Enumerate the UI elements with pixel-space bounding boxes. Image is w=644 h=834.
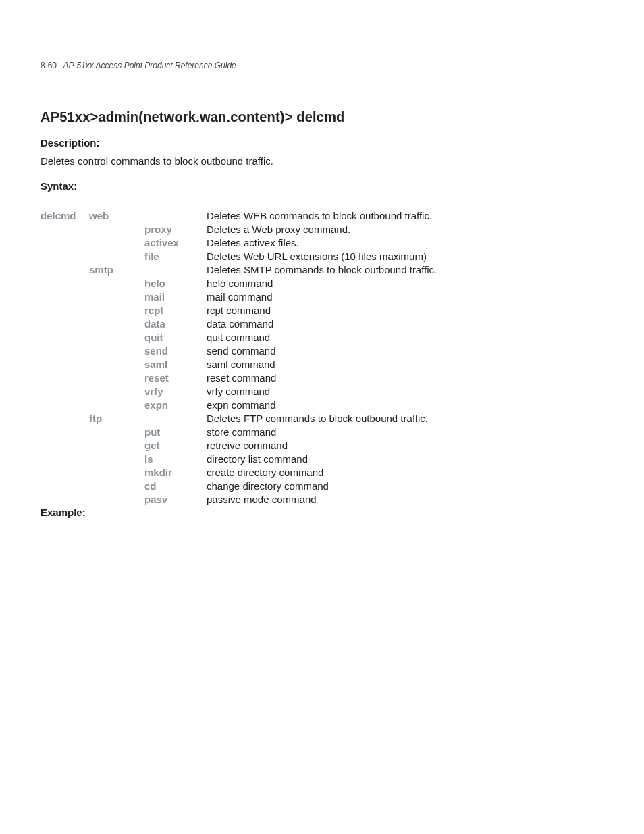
- syntax-sub-row: expnexpn command: [41, 398, 603, 412]
- header-title: AP-51xx Access Point Product Reference G…: [63, 61, 236, 70]
- syntax-sub-row: sendsend command: [41, 344, 603, 358]
- syntax-sub-name: saml: [144, 358, 207, 371]
- syntax-sub-row: helohelo command: [41, 277, 603, 290]
- syntax-group-desc: Deletes FTP commands to block outbound t…: [207, 412, 603, 425]
- command-title: AP51xx>admin(network.wan.content)> delcm…: [41, 109, 603, 125]
- syntax-sub-desc: store command: [207, 425, 603, 439]
- syntax-sub-desc: reset command: [207, 371, 603, 385]
- syntax-sub-row: getretreive command: [41, 439, 603, 452]
- syntax-sub-row: rcptrcpt command: [41, 304, 603, 317]
- syntax-sub-row: resetreset command: [41, 371, 603, 385]
- syntax-sub-name: mail: [144, 290, 207, 304]
- syntax-group-name: web: [89, 209, 144, 223]
- syntax-sub-desc: helo command: [207, 277, 603, 290]
- syntax-sub-desc: retreive command: [207, 439, 603, 452]
- description-text: Deletes control commands to block outbou…: [41, 155, 603, 167]
- syntax-sub-desc: change directory command: [207, 479, 603, 493]
- syntax-group-desc: Deletes WEB commands to block outbound t…: [207, 209, 603, 223]
- syntax-sub-row: activexDeletes activex files.: [41, 236, 603, 250]
- syntax-sub-desc: directory list command: [207, 452, 603, 466]
- page: 8-60 AP-51xx Access Point Product Refere…: [0, 0, 644, 518]
- syntax-sub-name: vrfy: [144, 385, 207, 398]
- syntax-sub-name: proxy: [144, 223, 207, 236]
- syntax-sub-row: datadata command: [41, 317, 603, 331]
- syntax-sub-desc: Deletes Web URL extensions (10 files max…: [207, 250, 603, 263]
- syntax-sub-name: rcpt: [144, 304, 207, 317]
- syntax-sub-name: expn: [144, 398, 207, 412]
- syntax-sub-name: send: [144, 344, 207, 358]
- syntax-cmd: delcmd: [41, 209, 89, 223]
- syntax-sub-desc: saml command: [207, 358, 603, 371]
- syntax-sub-desc: Deletes activex files.: [207, 236, 603, 250]
- syntax-sub-desc: mail command: [207, 290, 603, 304]
- syntax-group-row: ftpDeletes FTP commands to block outboun…: [41, 412, 603, 425]
- syntax-sub-desc: send command: [207, 344, 603, 358]
- syntax-sub-row: fileDeletes Web URL extensions (10 files…: [41, 250, 603, 263]
- syntax-sub-name: pasv: [144, 493, 207, 506]
- description-heading: Description:: [41, 137, 603, 149]
- syntax-sub-name: reset: [144, 371, 207, 385]
- syntax-sub-desc: quit command: [207, 331, 603, 344]
- syntax-sub-name: ls: [144, 452, 207, 466]
- syntax-sub-row: vrfyvrfy command: [41, 385, 603, 398]
- syntax-sub-name: file: [144, 250, 207, 263]
- syntax-sub-desc: expn command: [207, 398, 603, 412]
- syntax-sub-desc: rcpt command: [207, 304, 603, 317]
- syntax-sub-row: pasvpassive mode command: [41, 493, 603, 506]
- syntax-heading: Syntax:: [41, 180, 603, 192]
- syntax-sub-row: samlsaml command: [41, 358, 603, 371]
- syntax-sub-desc: passive mode command: [207, 493, 603, 506]
- syntax-group-row: delcmdwebDeletes WEB commands to block o…: [41, 209, 603, 223]
- syntax-sub-desc: Deletes a Web proxy command.: [207, 223, 603, 236]
- syntax-sub-row: quitquit command: [41, 331, 603, 344]
- syntax-sub-row: mailmail command: [41, 290, 603, 304]
- syntax-group-name: ftp: [89, 412, 144, 425]
- syntax-group-desc: Deletes SMTP commands to block outbound …: [207, 263, 603, 277]
- syntax-sub-row: lsdirectory list command: [41, 452, 603, 466]
- syntax-sub-name: helo: [144, 277, 207, 290]
- syntax-sub-name: cd: [144, 479, 207, 493]
- syntax-group-name: smtp: [89, 263, 144, 277]
- syntax-sub-name: mkdir: [144, 466, 207, 479]
- syntax-sub-row: proxyDeletes a Web proxy command.: [41, 223, 603, 236]
- syntax-sub-desc: vrfy command: [207, 385, 603, 398]
- syntax-sub-name: put: [144, 425, 207, 439]
- syntax-sub-name: get: [144, 439, 207, 452]
- syntax-sub-row: cdchange directory command: [41, 479, 603, 493]
- syntax-table: delcmdwebDeletes WEB commands to block o…: [41, 209, 603, 506]
- syntax-sub-name: quit: [144, 331, 207, 344]
- page-number: 8-60: [41, 61, 57, 70]
- syntax-sub-row: mkdircreate directory command: [41, 466, 603, 479]
- running-header: 8-60 AP-51xx Access Point Product Refere…: [41, 61, 603, 70]
- syntax-sub-row: putstore command: [41, 425, 603, 439]
- syntax-sub-name: activex: [144, 236, 207, 250]
- syntax-sub-desc: create directory command: [207, 466, 603, 479]
- syntax-group-row: smtpDeletes SMTP commands to block outbo…: [41, 263, 603, 277]
- syntax-sub-name: data: [144, 317, 207, 331]
- example-heading: Example:: [41, 506, 603, 518]
- syntax-sub-desc: data command: [207, 317, 603, 331]
